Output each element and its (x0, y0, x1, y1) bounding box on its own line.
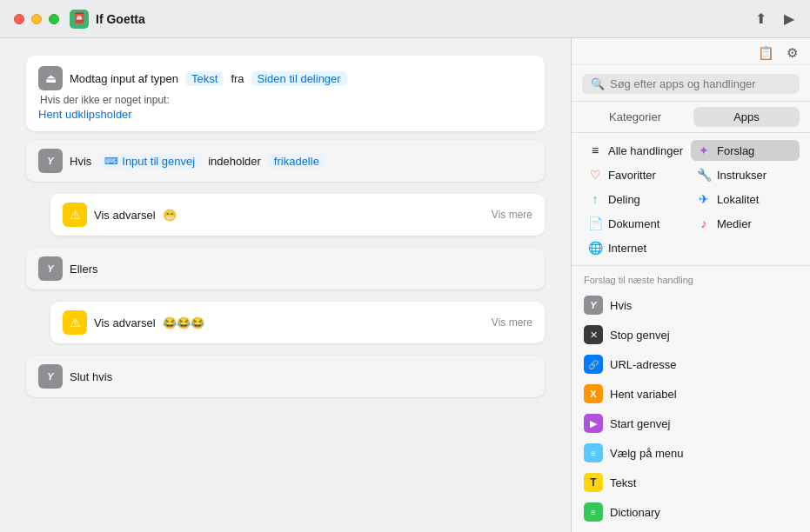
cat-deling[interactable]: ↑ Deling (582, 189, 691, 209)
cat-instrukser-label: Instrukser (717, 169, 766, 182)
cat-lokalitet-icon: ✈ (696, 192, 712, 206)
ellers-row: Y Ellers (38, 256, 532, 281)
input-subtitle: Hvis der ikke er noget input: (38, 94, 532, 106)
close-button[interactable] (14, 14, 24, 24)
cat-dokument-icon: 📄 (587, 216, 603, 230)
suggestions-section: Forslag til næste handling Y Hvis ✕ Stop… (572, 266, 810, 532)
sugg-vaelg-label: Vælg på menu (610, 447, 684, 460)
sugg-url-icon: 🔗 (584, 355, 603, 374)
search-wrap: 🔍 (582, 74, 800, 94)
cat-dokument[interactable]: 📄 Dokument (582, 213, 691, 234)
minimize-button[interactable] (31, 14, 42, 24)
input-type-pill[interactable]: Tekst (185, 71, 224, 86)
ellers-icon: Y (38, 256, 63, 281)
sugg-dict[interactable]: ≡ Dictionary (572, 497, 810, 527)
tab-row: Kategorier Apps (572, 102, 810, 133)
hvis-block-row: Y Hvis ⌨ Input til genvej indeholder fri… (38, 149, 532, 173)
cat-deling-label: Deling (608, 193, 640, 206)
maximize-button[interactable] (49, 14, 59, 24)
vis-advarsel-emoji-1: 😁 (163, 209, 177, 222)
cat-medier[interactable]: ♪ Medier (691, 213, 800, 234)
categories-grid: ≡ Alle handlinger ✦ Forslag ♡ Favoritter… (572, 133, 810, 266)
sugg-stop-icon: ✕ (584, 325, 603, 344)
warn-icon-2: ⚠ (63, 310, 87, 335)
tab-kategorier[interactable]: Kategorier (582, 107, 688, 127)
sidebar-panel: 📋 ⚙ 🔍 Kategorier Apps ≡ Alle handlinger … (571, 38, 810, 532)
sidebar-gallery-button[interactable]: 📋 (758, 45, 774, 61)
input-source-pill[interactable]: Siden til delinger (251, 71, 347, 86)
hvis-value-pill[interactable]: frikadelle (268, 154, 325, 169)
sugg-start-label: Start genvej (610, 417, 670, 430)
hvis-middle-label: indeholder (208, 155, 261, 168)
cat-medier-icon: ♪ (696, 216, 712, 230)
cat-instrukser-icon: 🔧 (696, 168, 712, 182)
vis-advarsel-block-2: ⚠ Vis advarsel 😂😂😂 Vis mere (50, 302, 545, 343)
cat-instrukser[interactable]: 🔧 Instrukser (691, 164, 800, 185)
clipboard-link[interactable]: Hent udklipsholder (38, 108, 532, 121)
sugg-tekst-icon: T (584, 473, 603, 492)
search-input[interactable] (610, 77, 791, 90)
ellers-block: Y Ellers (26, 248, 545, 289)
sidebar-top-icons: 📋 ⚙ (572, 38, 810, 65)
sugg-hvis-label: Hvis (610, 299, 632, 312)
vis-advarsel-indent-1: ⚠ Vis advarsel 😁 Vis mere (50, 194, 545, 236)
cat-forslag[interactable]: ✦ Forslag (691, 140, 800, 161)
tab-apps[interactable]: Apps (693, 107, 800, 127)
cat-lokalitet-label: Lokalitet (717, 193, 759, 206)
cat-internet[interactable]: 🌐 Internet (582, 237, 691, 258)
cat-lokalitet[interactable]: ✈ Lokalitet (691, 189, 800, 209)
workflow-panel: ⏏ Modtag input af typen Tekst fra Siden … (0, 38, 571, 532)
cat-alle-icon: ≡ (587, 143, 603, 157)
sugg-hvis-icon: Y (584, 296, 603, 315)
cat-internet-icon: 🌐 (587, 241, 603, 255)
sugg-hent-clip[interactable]: X Hent udklipsholder (572, 527, 810, 532)
slut-label: Slut hvis (70, 370, 112, 383)
sugg-hent-var-label: Hent variabel (610, 388, 677, 401)
vis-advarsel-row-1: ⚠ Vis advarsel 😁 (63, 203, 177, 227)
vis-advarsel-row-2: ⚠ Vis advarsel 😂😂😂 (63, 310, 204, 335)
cat-medier-label: Medier (717, 217, 752, 230)
sugg-tekst[interactable]: T Tekst (572, 468, 810, 497)
vis-advarsel-emoji-2: 😂😂😂 (163, 316, 204, 329)
vis-more-2[interactable]: Vis mere (492, 316, 532, 329)
sugg-vaelg-icon: ≡ (584, 443, 603, 462)
titlebar: 📮 If Goetta ⬆ ▶ (0, 0, 810, 38)
slut-icon: Y (38, 364, 63, 389)
input-icon: ⏏ (38, 66, 63, 90)
hvis-block: Y Hvis ⌨ Input til genvej indeholder fri… (26, 140, 545, 182)
vis-more-1[interactable]: Vis mere (492, 209, 532, 221)
cat-favoritter[interactable]: ♡ Favoritter (582, 164, 691, 185)
sugg-start-icon: ▶ (584, 414, 603, 433)
sugg-url[interactable]: 🔗 URL-adresse (572, 349, 810, 379)
slut-block: Y Slut hvis (26, 356, 545, 397)
sugg-dict-label: Dictionary (610, 506, 660, 519)
sugg-hvis[interactable]: Y Hvis (572, 290, 810, 320)
cat-favoritter-icon: ♡ (587, 168, 603, 182)
sugg-stop[interactable]: ✕ Stop genvej (572, 320, 810, 349)
input-label-prefix: Modtag input af typen (70, 72, 178, 85)
cat-alle-handlinger[interactable]: ≡ Alle handlinger (582, 140, 691, 161)
hvis-input-pill[interactable]: ⌨ Input til genvej (98, 154, 201, 169)
sugg-dict-icon: ≡ (584, 502, 603, 522)
window-title: If Goetta (96, 12, 145, 26)
vis-advarsel-label-2: Vis advarsel (94, 316, 156, 329)
sugg-start[interactable]: ▶ Start genvej (572, 409, 810, 438)
input-label-middle: fra (231, 72, 244, 85)
cat-favoritter-label: Favoritter (608, 169, 656, 182)
cat-alle-label: Alle handlinger (608, 144, 683, 157)
cat-deling-icon: ↑ (587, 192, 603, 206)
cat-forslag-icon: ✦ (696, 143, 712, 157)
input-block: ⏏ Modtag input af typen Tekst fra Siden … (26, 56, 545, 131)
warn-icon-1: ⚠ (63, 203, 87, 227)
sugg-vaelg[interactable]: ≡ Vælg på menu (572, 438, 810, 468)
sidebar-filter-button[interactable]: ⚙ (787, 45, 798, 61)
run-button[interactable]: ▶ (782, 9, 796, 29)
suggestions-label: Forslag til næste handling (572, 271, 810, 290)
input-block-row: ⏏ Modtag input af typen Tekst fra Siden … (38, 66, 532, 90)
slut-row: Y Slut hvis (38, 364, 532, 389)
search-icon: 🔍 (591, 77, 605, 90)
share-button[interactable]: ⬆ (753, 9, 768, 29)
hvis-icon: Y (38, 149, 63, 173)
sugg-hent-var[interactable]: X Hent variabel (572, 379, 810, 409)
cat-forslag-label: Forslag (717, 144, 754, 157)
